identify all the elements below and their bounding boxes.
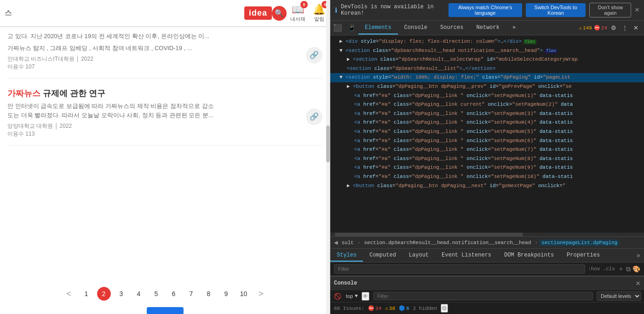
console-context-dropdown-arrow: ▼ xyxy=(355,293,358,299)
more-options-icon[interactable]: ⋮ xyxy=(620,23,630,32)
color-icon[interactable]: 🎨 xyxy=(632,265,640,273)
styles-filter-input[interactable] xyxy=(334,264,585,274)
console-context-select-btn[interactable]: top xyxy=(346,293,353,299)
switch-korean-button[interactable]: Switch DevTools to Korean xyxy=(526,3,586,17)
bottom-area xyxy=(0,304,330,314)
search-input[interactable] xyxy=(5,9,241,17)
bookmark-button-2[interactable]: 🔗 xyxy=(306,108,322,125)
dom-line-11[interactable]: <a href="#a" class="dpPaging__link " onc… xyxy=(330,127,644,137)
filter-cls-btn[interactable]: .cls xyxy=(603,266,615,272)
always-match-button[interactable]: Always match Chrome's language xyxy=(448,3,522,17)
tab-network[interactable]: Network xyxy=(470,22,506,34)
breadcrumb-item-3[interactable]: section#pageList.dpPaging xyxy=(540,240,619,246)
dom-line-14[interactable]: <a href="#a" class="dpPaging__link " onc… xyxy=(330,154,644,164)
console-clear-icon[interactable]: 🚫 xyxy=(333,292,342,301)
tab-console[interactable]: Console xyxy=(398,22,434,34)
page-btn-3[interactable]: 3 xyxy=(115,287,128,301)
article-title-highlight-2: 가 xyxy=(7,89,16,98)
article-title-highlight-2b: 짜뉴스 xyxy=(16,89,40,98)
page-btn-10[interactable]: 10 xyxy=(237,287,251,301)
inspect-icon[interactable]: ⧉ xyxy=(626,265,631,273)
library-nav-item[interactable]: 📖 0 내서재 xyxy=(290,4,305,23)
dom-line-2[interactable]: ▼ <section class="dpSearchResult__head n… xyxy=(330,46,644,56)
page-btn-2[interactable]: 2 xyxy=(97,287,111,301)
alarm-nav-item[interactable]: 🔔 0 알림 xyxy=(313,4,325,23)
dom-line-16[interactable]: <a href="#a" class="dpPaging__link " onc… xyxy=(330,172,644,182)
breadcrumb-item-2[interactable]: section.dpSearchResult__head.notificatio… xyxy=(362,240,533,246)
tab-sources[interactable]: Sources xyxy=(434,22,470,34)
filter-action-icons: ＋ ⧉ 🎨 xyxy=(618,265,640,273)
tab-more[interactable]: » xyxy=(506,22,522,34)
article-item-2: 가짜뉴스 규제에 관한 연구 안 인터넷이 급속도로 보급됨에 따라 가짜뉴스의… xyxy=(7,88,322,146)
devtools-panel: ℹ DevTools is now available in Korean! A… xyxy=(330,0,644,314)
dont-show-again-button[interactable]: Don't show again xyxy=(589,3,631,17)
article-snippet-1: 고 있다. 지난 2020년 코로나 19의 전 세계적인 확산 이후, 온라인… xyxy=(7,32,322,41)
search-button[interactable]: 🔍 xyxy=(272,6,287,21)
console-eye-icon[interactable]: 👁 xyxy=(362,292,369,301)
page-btn-1[interactable]: 1 xyxy=(80,287,93,301)
scroll-indicator[interactable] xyxy=(326,0,330,314)
page-btn-4[interactable]: 4 xyxy=(132,287,146,301)
dom-line-13[interactable]: <a href="#a" class="dpPaging__link " onc… xyxy=(330,145,644,154)
console-info-count: 🔵 6 xyxy=(399,305,409,311)
tab-dom-breakpoints[interactable]: DOM Breakpoints xyxy=(498,250,560,262)
page-btn-9[interactable]: 9 xyxy=(219,287,233,301)
dom-line-6[interactable]: ▶ <button class="dpPaging__btn dpPaging_… xyxy=(330,82,644,91)
page-btn-7[interactable]: 7 xyxy=(184,287,198,301)
dom-line-17[interactable]: ▶ <button class="dpPaging__btn dpPaging_… xyxy=(330,182,644,191)
dom-line-3[interactable]: ▶ <section class="dpSearchResult__select… xyxy=(330,55,644,64)
article-title-2: 가짜뉴스 규제에 관한 연구 xyxy=(7,88,322,99)
breadcrumb-back-arrow[interactable]: ◀ xyxy=(334,239,338,246)
dom-line-7[interactable]: <a href="#a" class="dpPaging__link " onc… xyxy=(330,91,644,101)
breadcrumb-item-1[interactable]: sult xyxy=(339,240,355,246)
tab-computed[interactable]: Computed xyxy=(363,250,402,262)
article-citation-1: 이용수 107 xyxy=(7,63,322,71)
article-tags-1: 가짜뉴스 탐지 , 그래프 임베딩 , 사회적 참여 네트워크 , COVID-… xyxy=(7,44,322,53)
settings-icon[interactable]: ⚙ xyxy=(609,23,618,32)
console-close-button[interactable]: ✕ xyxy=(636,279,640,288)
filter-hov-btn[interactable]: :hov xyxy=(588,266,600,272)
article-separator-2: │ xyxy=(55,123,60,129)
page-btn-6[interactable]: 6 xyxy=(167,287,181,301)
dom-line-10[interactable]: <a href="#a" class="dpPaging__link " onc… xyxy=(330,118,644,127)
scroll-thumb xyxy=(326,126,330,162)
breadcrumb-bar: ◀ sult › section.dpSearchResult__head.no… xyxy=(330,236,644,249)
article-year-1: 2022 xyxy=(81,56,93,62)
tab-elements[interactable]: Elements xyxy=(358,22,398,34)
console-level-select[interactable]: Default levels xyxy=(597,291,641,301)
bookmark-button-1[interactable]: 🔗 xyxy=(306,47,322,63)
dom-line-12[interactable]: <a href="#a" class="dpPaging__link " onc… xyxy=(330,137,644,146)
console-context-selector[interactable]: top ▼ xyxy=(346,293,358,299)
dom-tree[interactable]: ▶ <div style="display: flex; flex-direct… xyxy=(330,35,644,233)
dom-line-1[interactable]: ▶ <div style="display: flex; flex-direct… xyxy=(330,37,644,46)
library-icon: 📖 0 xyxy=(292,4,304,16)
tab-styles[interactable]: Styles xyxy=(330,250,363,262)
dom-horizontal-scroll[interactable] xyxy=(330,233,644,236)
console-settings-icon[interactable]: ⚙ xyxy=(441,304,448,313)
warning-badge: ⚠ 149 xyxy=(579,25,592,31)
dom-line-15[interactable]: <a href="#a" class="dpPaging__link " onc… xyxy=(330,163,644,172)
prev-page-button[interactable]: < xyxy=(62,287,76,301)
article-snippet-2: 안 인터넷이 급속도로 보급됨에 따라 가짜뉴스의 제작 비용은 점차적으로 감… xyxy=(7,102,322,120)
tab-more-bottom[interactable]: » xyxy=(633,250,644,262)
dom-line-4[interactable]: <section class="dpSearchResult__list">…<… xyxy=(330,64,644,74)
close-devtools-button[interactable]: ✕ xyxy=(632,23,640,32)
device-icon[interactable]: 📱 xyxy=(345,24,358,32)
page-btn-5[interactable]: 5 xyxy=(150,287,163,301)
tab-properties[interactable]: Properties xyxy=(560,250,606,262)
tab-layout[interactable]: Layout xyxy=(402,250,435,262)
issues-text: 68 Issues: xyxy=(334,306,364,311)
console-filter-input[interactable] xyxy=(373,292,593,300)
next-page-button[interactable]: > xyxy=(254,287,268,301)
page-btn-8[interactable]: 8 xyxy=(202,287,216,301)
blue-action-button[interactable] xyxy=(147,307,184,314)
notification-close-button[interactable]: ✕ xyxy=(635,6,639,14)
error-badge: ⛔ 24 xyxy=(594,25,607,31)
dom-line-8[interactable]: <a href="#a" class="dpPaging__link curre… xyxy=(330,100,644,109)
add-style-icon[interactable]: ＋ xyxy=(618,265,624,273)
filter-row: :hov .cls ＋ ⧉ 🎨 xyxy=(330,263,644,276)
element-select-icon[interactable]: ⬛ xyxy=(330,23,345,33)
tab-event-listeners[interactable]: Event Listeners xyxy=(435,250,498,262)
dom-line-9[interactable]: <a href="#a" class="dpPaging__link " onc… xyxy=(330,109,644,119)
dom-line-5[interactable]: ▼ <section style="width: 100%; display: … xyxy=(330,73,644,82)
